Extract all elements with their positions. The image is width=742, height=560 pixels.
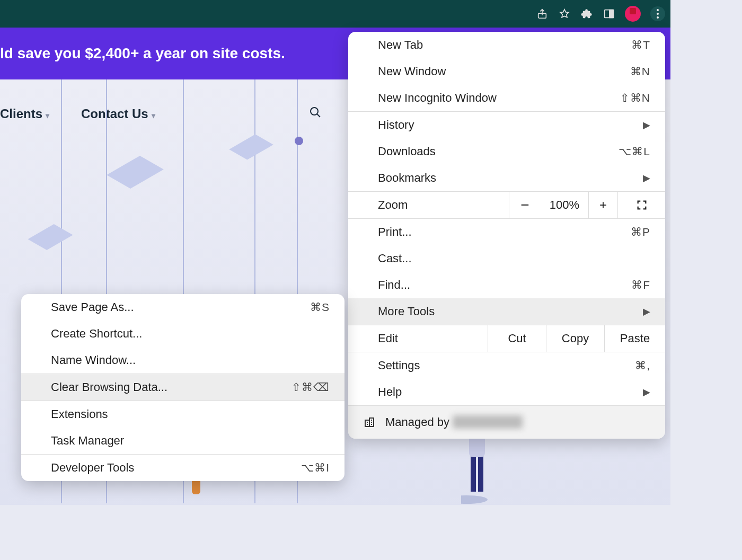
zoom-out-button[interactable]: − — [509, 192, 541, 218]
submenu-clear-data-label: Clear Browsing Data... — [51, 380, 167, 394]
menu-history-label: History — [378, 118, 414, 132]
menu-bookmarks-label: Bookmarks — [378, 171, 436, 185]
submenu-save-page-label: Save Page As... — [51, 300, 134, 314]
shortcut-text: ⌥⌘I — [301, 461, 330, 474]
menu-settings[interactable]: Settings ⌘, — [348, 352, 665, 379]
shortcut-text: ⌘S — [310, 301, 330, 314]
shortcut-text: ⌘P — [631, 226, 650, 238]
submenu-extensions-label: Extensions — [51, 407, 108, 421]
svg-rect-2 — [610, 10, 613, 18]
more-menu-icon[interactable] — [650, 6, 665, 21]
chrome-main-menu: New Tab ⌘T New Window ⌘N New Incognito W… — [348, 32, 665, 439]
menu-new-window[interactable]: New Window ⌘N — [348, 58, 665, 85]
submenu-create-shortcut[interactable]: Create Shortcut... — [21, 321, 344, 347]
nav-contact-label: Contact Us — [81, 106, 148, 121]
nav-clients-label: Clients — [0, 106, 42, 121]
menu-history[interactable]: History ▶ — [348, 112, 665, 138]
menu-edit-label: Edit — [348, 325, 488, 352]
chevron-right-icon: ▶ — [643, 172, 650, 184]
shortcut-text: ⌘T — [631, 39, 650, 51]
submenu-name-window[interactable]: Name Window... — [21, 347, 344, 374]
edit-paste-button[interactable]: Paste — [604, 325, 665, 352]
shortcut-text: ⌘N — [630, 65, 650, 78]
more-tools-submenu: Save Page As... ⌘S Create Shortcut... Na… — [21, 294, 344, 481]
menu-new-tab[interactable]: New Tab ⌘T — [348, 32, 665, 58]
fullscreen-button[interactable] — [617, 192, 665, 218]
svg-rect-7 — [478, 455, 483, 492]
nav-clients[interactable]: Clients▾ — [0, 106, 49, 121]
edit-copy-button[interactable]: Copy — [546, 325, 604, 352]
menu-bookmarks[interactable]: Bookmarks ▶ — [348, 165, 665, 191]
menu-new-window-label: New Window — [378, 65, 446, 78]
chevron-right-icon: ▶ — [643, 306, 650, 317]
menu-incognito-label: New Incognito Window — [378, 91, 497, 105]
edit-cut-button[interactable]: Cut — [488, 325, 546, 352]
submenu-clear-browsing-data[interactable]: Clear Browsing Data... ⇧⌘⌫ — [21, 374, 344, 401]
shortcut-text: ⇧⌘⌫ — [292, 381, 330, 394]
menu-cast-label: Cast... — [378, 252, 412, 265]
zoom-percent: 100% — [541, 192, 588, 218]
submenu-save-page[interactable]: Save Page As... ⌘S — [21, 294, 344, 321]
menu-more-tools-label: More Tools — [378, 305, 435, 318]
menu-zoom-row: Zoom − 100% + — [348, 191, 665, 219]
managed-by-text: Managed by redacted org — [385, 415, 523, 429]
chevron-right-icon: ▶ — [643, 119, 650, 131]
shortcut-text: ⌥⌘L — [619, 145, 650, 158]
menu-edit-row: Edit Cut Copy Paste — [348, 325, 665, 352]
menu-managed-by[interactable]: Managed by redacted org — [348, 405, 665, 439]
submenu-create-shortcut-label: Create Shortcut... — [51, 327, 142, 341]
managed-by-org: redacted org — [453, 415, 523, 429]
shortcut-text: ⌘F — [631, 279, 650, 291]
nav-contact[interactable]: Contact Us▾ — [81, 106, 155, 121]
share-icon[interactable] — [536, 7, 549, 20]
caret-down-icon: ▾ — [152, 111, 155, 120]
menu-find-label: Find... — [378, 278, 410, 292]
submenu-task-manager[interactable]: Task Manager — [21, 428, 344, 454]
menu-help-label: Help — [378, 385, 402, 399]
browser-toolbar — [0, 0, 670, 28]
menu-downloads[interactable]: Downloads ⌥⌘L — [348, 138, 665, 165]
menu-print[interactable]: Print... ⌘P — [348, 219, 665, 245]
svg-point-3 — [311, 108, 318, 115]
zoom-in-button[interactable]: + — [588, 192, 617, 218]
shortcut-text: ⌘, — [635, 359, 650, 372]
extensions-icon[interactable] — [580, 7, 593, 20]
shortcut-text: ⇧⌘N — [620, 92, 650, 104]
building-icon — [363, 416, 376, 429]
menu-more-tools[interactable]: More Tools ▶ — [348, 298, 665, 325]
menu-find[interactable]: Find... ⌘F — [348, 272, 665, 298]
caret-down-icon: ▾ — [46, 111, 49, 120]
svg-rect-6 — [471, 455, 476, 492]
submenu-dev-tools-label: Developer Tools — [51, 461, 134, 475]
svg-point-9 — [461, 495, 488, 504]
chevron-right-icon: ▶ — [643, 386, 650, 398]
submenu-extensions[interactable]: Extensions — [21, 401, 344, 428]
panel-icon[interactable] — [603, 7, 615, 20]
submenu-name-window-label: Name Window... — [51, 353, 136, 367]
menu-new-tab-label: New Tab — [378, 38, 423, 52]
menu-zoom-label: Zoom — [348, 192, 509, 218]
search-icon[interactable] — [309, 106, 322, 122]
managed-by-prefix: Managed by — [385, 415, 453, 429]
menu-print-label: Print... — [378, 225, 412, 239]
bookmark-star-icon[interactable] — [558, 7, 571, 20]
profile-avatar[interactable] — [625, 6, 641, 22]
submenu-task-manager-label: Task Manager — [51, 434, 124, 448]
submenu-developer-tools[interactable]: Developer Tools ⌥⌘I — [21, 455, 344, 481]
menu-help[interactable]: Help ▶ — [348, 379, 665, 405]
menu-incognito[interactable]: New Incognito Window ⇧⌘N — [348, 85, 665, 111]
menu-downloads-label: Downloads — [378, 145, 436, 158]
promo-text: ld save you $2,400+ a year on site costs… — [0, 45, 285, 62]
menu-settings-label: Settings — [378, 359, 420, 372]
menu-cast[interactable]: Cast... — [348, 245, 665, 272]
